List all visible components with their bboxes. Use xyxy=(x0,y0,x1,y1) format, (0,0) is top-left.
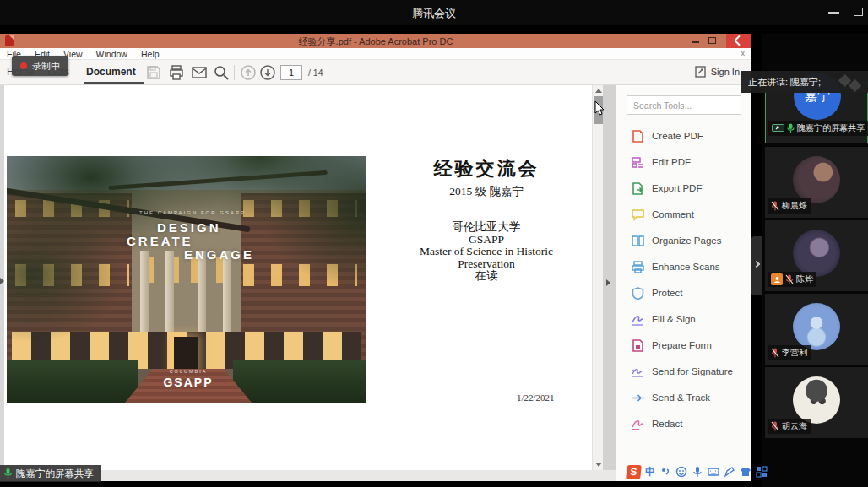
menu-help[interactable]: Help xyxy=(134,49,166,59)
panel-gap xyxy=(603,85,616,470)
building-entrance xyxy=(174,337,198,372)
mic-muted-icon xyxy=(771,348,779,358)
tab-document[interactable]: Document xyxy=(86,66,136,78)
scroll-up-icon[interactable] xyxy=(595,89,602,93)
participant-name-tag: 陈烨 xyxy=(768,272,816,287)
participant-name: 隗嘉宁的屏幕共享 xyxy=(797,122,865,134)
recording-dot-icon xyxy=(20,62,27,69)
send-signature-icon xyxy=(631,365,645,379)
tool-create-pdf[interactable]: Create PDF xyxy=(616,126,752,146)
handwriting-icon[interactable] xyxy=(724,466,735,478)
keyboard-icon[interactable] xyxy=(708,466,719,478)
sign-in-button[interactable]: Sign In xyxy=(695,66,740,78)
tool-send-for-signature[interactable]: Send for Signature xyxy=(616,361,752,381)
slide-title: 经验交流会 xyxy=(374,156,599,181)
sidebar-collapse-handle[interactable] xyxy=(751,236,762,295)
screen: 腾讯会议 经验分享.pdf - Adobe Acrobat Pro DC Fil… xyxy=(0,0,868,487)
menu-window[interactable]: Window xyxy=(90,49,134,59)
emoji-icon[interactable] xyxy=(675,466,687,478)
tool-redact[interactable]: Redact xyxy=(616,414,752,434)
mic-muted-icon xyxy=(785,274,794,284)
screen-share-banner: 隗嘉宁的屏幕共享 xyxy=(0,465,101,482)
tool-enhance-scans[interactable]: Enhance Scans xyxy=(616,257,752,277)
meeting-window-title: 腾讯会议 xyxy=(0,6,868,21)
participant-tile-huyunhai[interactable]: 胡云海 xyxy=(765,367,868,438)
chinese-mode-icon[interactable]: 中 xyxy=(645,465,655,479)
voice-icon[interactable] xyxy=(692,466,703,478)
next-page-icon[interactable] xyxy=(259,64,276,81)
create-pdf-icon xyxy=(631,129,645,143)
building-column xyxy=(140,251,149,340)
hedge xyxy=(7,360,138,403)
participant-name: 陈烨 xyxy=(796,273,813,285)
participant-tile-liyingli[interactable]: 李营利 xyxy=(765,294,868,365)
participant-name-tag: 胡云海 xyxy=(768,419,811,434)
tool-organize-pages[interactable]: Organize Pages xyxy=(616,230,752,251)
acrobat-close-button[interactable] xyxy=(726,34,751,48)
maximize-icon[interactable] xyxy=(854,8,863,16)
pdf-page: THE CAMPAIGN FOR GSAPP DESIGN CREATE ENG… xyxy=(4,85,596,470)
participant-name: 柳晨烁 xyxy=(782,200,807,212)
building-column xyxy=(223,251,231,340)
punctuation-icon[interactable] xyxy=(659,466,671,478)
send-track-icon xyxy=(631,391,645,405)
page-total-label: / 14 xyxy=(308,68,323,78)
photo-word-create: CREATE xyxy=(127,234,193,248)
toolbox-icon[interactable] xyxy=(756,466,768,478)
participant-tile-chenye[interactable]: 陈烨 xyxy=(765,220,868,291)
tool-edit-pdf[interactable]: Edit PDF xyxy=(616,152,752,172)
mic-on-icon xyxy=(787,123,795,133)
acrobat-titlebar: 经验分享.pdf - Adobe Acrobat Pro DC xyxy=(0,34,751,48)
acrobat-minimize-icon[interactable] xyxy=(692,41,699,43)
tool-prepare-form[interactable]: Prepare Form xyxy=(616,335,752,355)
speaking-indicator-text: 正在讲话: 隗嘉宁; xyxy=(748,76,821,89)
participant-tile-liuchenshuo[interactable]: 柳晨烁 xyxy=(765,147,868,218)
building-column xyxy=(198,251,206,340)
chevron-right-icon xyxy=(753,261,760,268)
speaking-indicator: 正在讲话: 隗嘉宁; xyxy=(741,71,868,93)
protect-icon xyxy=(631,286,645,300)
slide-line: Master of Science in Historic xyxy=(374,246,599,258)
sogou-logo-icon[interactable]: S xyxy=(626,465,642,479)
previous-page-icon[interactable] xyxy=(240,64,257,81)
tool-comment[interactable]: Comment xyxy=(616,204,752,225)
vertical-scrollbar[interactable] xyxy=(592,85,603,470)
page-number-input[interactable] xyxy=(280,65,302,80)
tool-protect[interactable]: Protect xyxy=(616,283,752,303)
mouse-cursor xyxy=(594,100,605,116)
search-icon[interactable] xyxy=(213,64,230,81)
slide-subtitle: 2015 级 隗嘉宁 xyxy=(374,184,599,199)
campaign-caption: THE CAMPAIGN FOR GSAPP xyxy=(108,210,277,215)
export-pdf-icon xyxy=(631,181,645,196)
participants-sidebar: 嘉宁 隗嘉宁的屏幕共享 柳晨烁 陈烨 xyxy=(762,34,868,487)
acrobat-restore-icon[interactable] xyxy=(708,37,716,44)
tool-send-track[interactable]: Send & Track xyxy=(616,387,752,408)
skin-icon[interactable] xyxy=(740,466,751,478)
search-tools-input[interactable] xyxy=(627,95,741,115)
panel-expand-icon[interactable] xyxy=(606,279,610,286)
slide-line: GSAPP xyxy=(374,234,599,246)
slide-line: 在读 xyxy=(374,270,599,283)
slide-text-block: 经验交流会 2015 级 隗嘉宁 哥伦比亚大学 GSAPP Master of … xyxy=(374,156,599,283)
redact-icon xyxy=(631,417,645,431)
menubar-close-icon[interactable]: x xyxy=(741,49,746,57)
meeting-titlebar: 腾讯会议 xyxy=(0,0,868,25)
tool-fill-sign[interactable]: Fill & Sign xyxy=(616,309,752,329)
participant-name-tag: 柳晨烁 xyxy=(768,198,811,214)
print-icon[interactable] xyxy=(168,64,185,81)
fill-sign-icon xyxy=(631,312,645,327)
participant-name-tag: 李营利 xyxy=(768,345,811,360)
minimize-icon[interactable] xyxy=(828,12,839,14)
email-icon[interactable] xyxy=(191,64,208,81)
ime-toolbar: S 中 xyxy=(627,463,768,480)
tool-export-pdf[interactable]: Export PDF xyxy=(616,178,752,198)
save-icon[interactable] xyxy=(145,64,162,81)
scroll-down-icon[interactable] xyxy=(595,463,602,467)
recording-label: 录制中 xyxy=(32,60,60,73)
organize-pages-icon xyxy=(631,234,645,248)
participant-name: 胡云海 xyxy=(782,420,807,432)
avatar-default xyxy=(793,303,840,350)
acrobat-menubar: File Edit View Window Help x xyxy=(0,48,751,60)
host-badge-icon xyxy=(771,273,783,285)
slide-line: 哥伦比亚大学 xyxy=(374,221,599,234)
